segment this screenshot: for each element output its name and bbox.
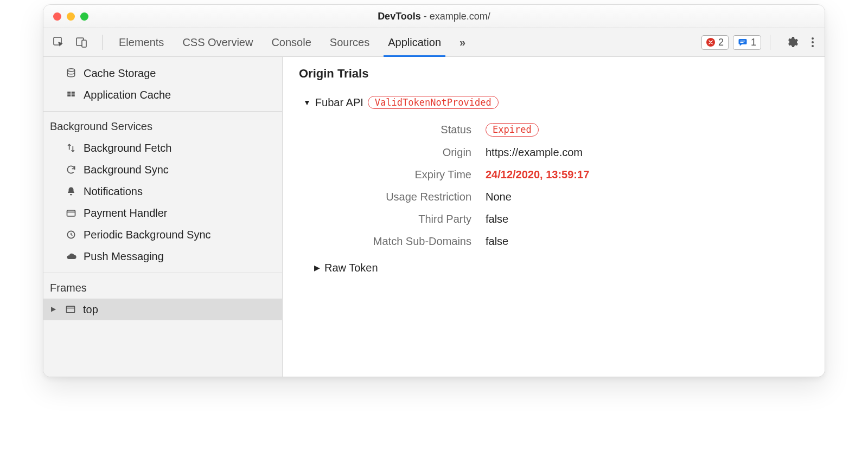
- value-usage-restriction: None: [486, 191, 808, 203]
- value-origin: https://example.com: [486, 146, 808, 159]
- label-status: Status: [314, 124, 471, 136]
- sidebar-section-cache: Cache Storage Application Cache: [43, 57, 282, 112]
- sidebar-heading-background-services: Background Services: [43, 115, 282, 137]
- value-expiry: 24/12/2020, 13:59:17: [486, 169, 808, 181]
- label-origin: Origin: [314, 146, 471, 159]
- label-usage-restriction: Usage Restriction: [314, 191, 471, 203]
- label-expiry: Expiry Time: [314, 169, 471, 181]
- message-icon: [738, 37, 748, 47]
- trial-details-grid: Status Expired Origin https://example.co…: [314, 123, 808, 247]
- transfer-icon: [65, 142, 77, 154]
- svg-rect-9: [72, 94, 75, 96]
- sidebar-section-frames: Frames ▶ top: [43, 273, 282, 377]
- raw-token-label: Raw Token: [324, 262, 378, 274]
- expand-triangle-icon[interactable]: ▶: [51, 304, 56, 314]
- sidebar-item-push-messaging[interactable]: Push Messaging: [43, 245, 282, 267]
- svg-rect-4: [740, 42, 743, 43]
- raw-token-row[interactable]: ▶ Raw Token: [314, 262, 808, 274]
- toolbar-separator: [770, 35, 770, 50]
- label-match-subdomains: Match Sub-Domains: [314, 235, 471, 248]
- svg-rect-3: [740, 41, 745, 41]
- title-bar: DevTools - example.com/: [43, 5, 825, 28]
- toolbar-separator: [102, 35, 103, 50]
- trial-status-chip: ValidTokenNotProvided: [368, 96, 499, 109]
- more-options-button[interactable]: [808, 35, 817, 49]
- error-icon: [706, 38, 715, 47]
- origin-trial-row[interactable]: ▼ Fubar API ValidTokenNotProvided: [303, 96, 808, 109]
- sidebar-item-notifications[interactable]: Notifications: [43, 180, 282, 202]
- inspect-element-icon[interactable]: [51, 35, 66, 50]
- credit-card-icon: [65, 207, 77, 219]
- sidebar-item-background-sync[interactable]: Background Sync: [43, 159, 282, 180]
- device-toolbar-icon[interactable]: [74, 35, 89, 50]
- svg-rect-12: [67, 306, 75, 313]
- sidebar-item-frame-top[interactable]: ▶ top: [43, 299, 282, 320]
- svg-rect-10: [67, 210, 75, 216]
- window-title-app: DevTools: [378, 11, 421, 22]
- disclosure-triangle-icon[interactable]: ▶: [314, 263, 320, 272]
- sidebar-item-payment-handler[interactable]: Payment Handler: [43, 202, 282, 224]
- panel-tabs: Elements CSS Overview Console Sources Ap…: [119, 28, 465, 56]
- bell-icon: [65, 185, 77, 197]
- sidebar-item-cache-storage[interactable]: Cache Storage: [43, 62, 282, 84]
- origin-trial-name: Fubar API: [315, 96, 363, 109]
- errors-count: 2: [718, 37, 724, 48]
- minimize-window-button[interactable]: [67, 12, 75, 21]
- svg-rect-2: [82, 40, 86, 47]
- svg-point-5: [67, 69, 74, 72]
- window-icon: [65, 303, 76, 315]
- devtools-window: DevTools - example.com/: [43, 4, 825, 377]
- tab-sources[interactable]: Sources: [330, 28, 369, 56]
- settings-button[interactable]: [784, 35, 800, 50]
- value-status: Expired: [486, 123, 808, 136]
- close-window-button[interactable]: [53, 12, 61, 21]
- svg-rect-7: [72, 92, 75, 94]
- database-icon: [65, 67, 77, 79]
- tab-console[interactable]: Console: [271, 28, 311, 56]
- sidebar-item-background-fetch[interactable]: Background Fetch: [43, 137, 282, 159]
- zoom-window-button[interactable]: [80, 12, 88, 21]
- status-chip: Expired: [486, 123, 539, 136]
- window-title: DevTools - example.com/: [43, 11, 825, 22]
- origin-trials-panel: Origin Trials ▼ Fubar API ValidTokenNotP…: [283, 57, 825, 377]
- cloud-icon: [65, 250, 77, 262]
- value-third-party: false: [486, 213, 808, 225]
- tab-elements[interactable]: Elements: [119, 28, 164, 56]
- value-match-subdomains: false: [486, 235, 808, 248]
- application-sidebar: Cache Storage Application Cache Backgrou…: [43, 57, 283, 377]
- sidebar-item-periodic-background-sync[interactable]: Periodic Background Sync: [43, 224, 282, 245]
- errors-badge[interactable]: 2: [701, 35, 729, 50]
- clock-icon: [65, 229, 77, 241]
- grid-icon: [65, 89, 77, 101]
- sidebar-heading-frames: Frames: [43, 276, 282, 299]
- messages-count: 1: [751, 37, 756, 48]
- svg-rect-6: [67, 92, 71, 94]
- window-title-host: example.com/: [430, 11, 490, 22]
- svg-rect-8: [67, 94, 71, 96]
- tab-css-overview[interactable]: CSS Overview: [182, 28, 253, 56]
- disclosure-triangle-icon[interactable]: ▼: [303, 98, 311, 107]
- sidebar-item-application-cache[interactable]: Application Cache: [43, 84, 282, 106]
- devtools-toolbar: Elements CSS Overview Console Sources Ap…: [43, 28, 825, 57]
- messages-badge[interactable]: 1: [733, 35, 761, 50]
- sync-icon: [65, 164, 77, 176]
- tab-application[interactable]: Application: [388, 28, 441, 56]
- section-heading: Origin Trials: [299, 67, 808, 81]
- traffic-lights: [53, 12, 88, 21]
- label-third-party: Third Party: [314, 213, 471, 225]
- sidebar-section-background-services: Background Services Background Fetch Bac…: [43, 112, 282, 273]
- tabs-overflow-button[interactable]: »: [459, 28, 465, 56]
